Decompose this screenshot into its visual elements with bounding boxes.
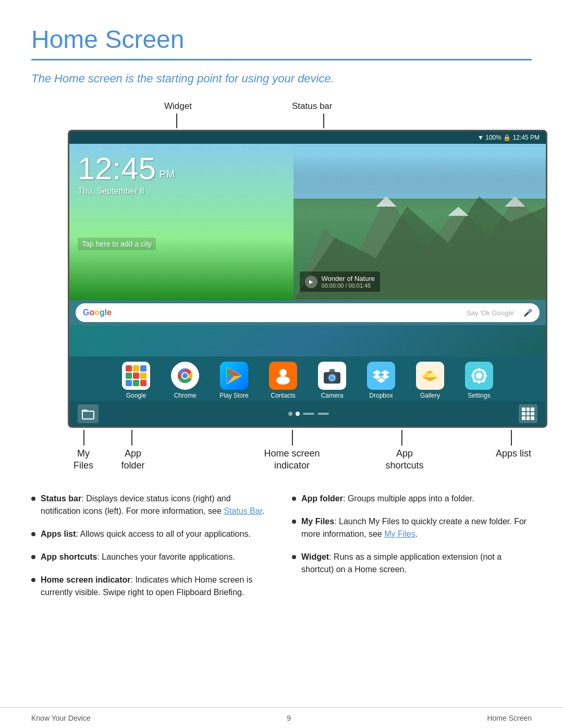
playstore-icon[interactable]	[220, 362, 248, 390]
bullet-dot	[31, 532, 35, 536]
app-gallery[interactable]: Gallery	[407, 362, 454, 399]
bullet-dot	[31, 578, 35, 582]
playstore-label: Play Store	[219, 392, 248, 399]
bullet-statusbar-text: Status bar: Displays device status icons…	[41, 492, 271, 517]
clock-widget: 12:45 PM Thu, September 8 Tap here to ad…	[69, 144, 293, 300]
bullet-appshortcuts-text: App shortcuts: Launches your favorite ap…	[41, 551, 235, 563]
chrome-label: Chrome	[174, 392, 197, 399]
mic-icon[interactable]: 🎤	[523, 309, 532, 317]
term-myfiles: My Files	[301, 517, 334, 526]
camera-label: Camera	[321, 392, 344, 399]
diagram: Widget Status bar ▼ 100% 🔒 12:45 PM	[31, 101, 532, 482]
svg-marker-26	[381, 374, 389, 379]
gallery-icon[interactable]	[416, 362, 444, 390]
google-logo: Google	[83, 308, 112, 317]
apps-list-dot	[522, 416, 525, 420]
homeindicator-connector	[292, 430, 293, 446]
apps-list-dot	[527, 408, 530, 411]
footer-right: Home Screen	[487, 714, 532, 722]
camera-icon[interactable]	[318, 362, 346, 390]
nature-photo: ▶ Wonder of Nature 00:00:00 / 00:01:45	[293, 144, 546, 300]
title-divider	[31, 59, 532, 60]
play-button[interactable]: ▶	[305, 276, 317, 288]
apps-list-dot	[531, 412, 534, 416]
bullet-widget: Widget: Runs as a simple application ext…	[292, 551, 532, 576]
settings-icon[interactable]	[465, 362, 493, 390]
apps-list-dot	[527, 416, 530, 420]
app-camera[interactable]: Camera	[309, 362, 356, 399]
video-title: Wonder of Nature	[322, 275, 375, 282]
contacts-icon[interactable]	[269, 362, 297, 390]
svg-marker-18	[329, 369, 335, 372]
device-statusbar: ▼ 100% 🔒 12:45 PM	[69, 131, 546, 144]
google-icon[interactable]	[122, 362, 150, 390]
apps-list-dot	[527, 412, 530, 416]
bullet-myfiles: My Files: Launch My Files to quickly cre…	[292, 515, 532, 540]
device-mockup: ▼ 100% 🔒 12:45 PM 12:45 PM Thu, Septembe…	[68, 130, 527, 428]
appslist-label: Apps list	[495, 448, 532, 460]
apps-list-dot	[531, 416, 534, 420]
app-chrome[interactable]: Chrome	[162, 362, 209, 399]
indicator-dash-2	[317, 413, 329, 415]
app-dropbox[interactable]: Dropbox	[358, 362, 405, 399]
gallery-label: Gallery	[420, 392, 440, 399]
apps-list-dot	[531, 408, 534, 411]
clock-date: Thu, September 8	[78, 187, 285, 196]
dropbox-icon[interactable]	[367, 362, 395, 390]
app-playstore[interactable]: Play Store	[211, 362, 258, 399]
bullet-dot	[292, 555, 296, 559]
svg-point-22	[333, 376, 335, 377]
apps-list-button[interactable]	[519, 404, 537, 423]
bullet-appshortcuts: App shortcuts: Launches your favorite ap…	[31, 551, 271, 563]
video-time: 00:00:00 / 00:01:45	[322, 282, 375, 289]
search-placeholder: Say 'Ok Google'	[467, 309, 515, 317]
bullet-dot	[292, 497, 296, 501]
page-title: Home Screen	[31, 25, 532, 54]
bullet-appfolder-text: App folder: Groups multiple apps into a …	[301, 492, 474, 505]
svg-rect-36	[471, 375, 474, 377]
appfolder-label: App folder	[115, 448, 151, 472]
bullet-appslist-text: Apps list: Allows quick access to all of…	[41, 528, 251, 540]
app-icons-row: Google	[69, 356, 546, 401]
clock-display: 12:45 PM Thu, September 8	[69, 144, 293, 196]
video-overlay[interactable]: ▶ Wonder of Nature 00:00:00 / 00:01:45	[300, 272, 380, 292]
term-statusbar: Status bar	[41, 494, 81, 503]
term-appshortcuts: App shortcuts	[41, 552, 97, 561]
statusbar-text: ▼ 100% 🔒 12:45 PM	[478, 134, 540, 141]
indicator-dash	[303, 413, 314, 415]
appshortcuts-label: App shortcuts	[384, 448, 425, 472]
myfiles-link[interactable]: My Files	[384, 529, 415, 538]
device-dock	[69, 401, 546, 426]
bullet-appslist: Apps list: Allows quick access to all of…	[31, 528, 271, 540]
bullet-homeindicator-text: Home screen indicator: Indicates which H…	[41, 574, 271, 599]
svg-marker-31	[422, 377, 438, 381]
top-labels: Widget Status bar	[68, 101, 532, 130]
clock-city[interactable]: Tap here to add a city	[78, 238, 156, 250]
bullets-section: Status bar: Displays device status icons…	[31, 492, 532, 609]
term-appfolder: App folder	[301, 494, 343, 503]
bullets-left: Status bar: Displays device status icons…	[31, 492, 271, 609]
app-settings[interactable]: Settings	[456, 362, 503, 399]
term-homeindicator: Home screen indicator	[41, 575, 131, 584]
google-search-bar[interactable]: Google Say 'Ok Google' 🎤	[76, 303, 540, 322]
bullet-dot	[31, 497, 35, 501]
widget-connector	[176, 114, 177, 128]
chrome-icon[interactable]	[171, 362, 199, 390]
my-files-dock[interactable]	[78, 404, 99, 423]
clock-time: 12:45 PM	[78, 153, 285, 184]
statusbar-link[interactable]: Status Bar	[224, 507, 262, 515]
svg-rect-35	[478, 380, 480, 384]
dropbox-label: Dropbox	[369, 392, 393, 399]
svg-point-15	[279, 369, 287, 376]
page-footer: Know Your Device 9 Home Screen	[0, 707, 563, 728]
bullet-homeindicator: Home screen indicator: Indicates which H…	[31, 574, 271, 599]
svg-rect-37	[484, 375, 487, 377]
app-contacts[interactable]: Contacts	[260, 362, 307, 399]
device: ▼ 100% 🔒 12:45 PM 12:45 PM Thu, Septembe…	[68, 130, 547, 428]
svg-point-9	[182, 373, 188, 378]
contacts-label: Contacts	[271, 392, 295, 399]
appslist-connector	[511, 430, 512, 446]
footer-left: Know Your Device	[31, 714, 91, 722]
svg-rect-42	[82, 411, 94, 419]
app-google[interactable]: Google	[113, 362, 160, 399]
